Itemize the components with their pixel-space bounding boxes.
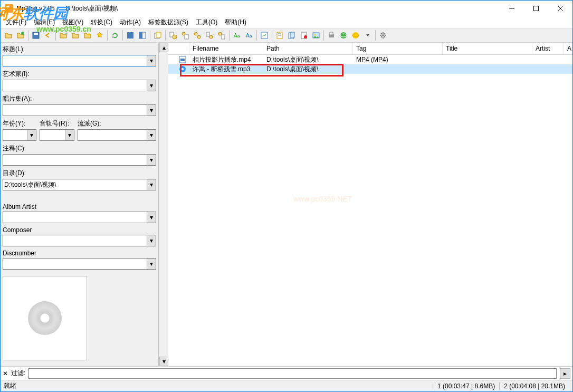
status-ready: 就绪 xyxy=(4,381,433,390)
artist-input[interactable]: ▾ xyxy=(3,80,156,91)
save-icon[interactable] xyxy=(30,30,42,41)
actions-icon[interactable]: Aa xyxy=(243,30,255,41)
select-all-icon[interactable] xyxy=(125,30,136,41)
menu-edit[interactable]: 编辑(E) xyxy=(31,17,58,28)
window-title: Mp3tag v2.85 - _ D:\tools\桌面\视频\ xyxy=(16,4,118,13)
list-row[interactable]: 相片投影片播放.mp4 D:\tools\桌面\视频\ MP4 (MP4) xyxy=(168,55,572,64)
file-from-tag-icon[interactable] xyxy=(179,30,191,41)
folder-minus-icon[interactable]: - xyxy=(70,30,81,41)
chevron-down-icon[interactable]: ▾ xyxy=(27,130,36,140)
col-tag[interactable]: Tag xyxy=(353,43,443,54)
undo-icon[interactable] xyxy=(42,30,54,41)
col-spacer[interactable] xyxy=(168,43,189,54)
comment-label: 注释(C): xyxy=(3,144,156,153)
tag-to-tag-icon[interactable] xyxy=(192,30,203,41)
tag-from-file-icon[interactable] xyxy=(167,30,179,41)
svg-point-21 xyxy=(209,35,213,39)
menu-help[interactable]: 帮助(H) xyxy=(222,17,250,28)
maximize-button[interactable] xyxy=(524,1,548,16)
svg-point-18 xyxy=(194,32,197,35)
minimize-button[interactable] xyxy=(500,1,524,16)
scroll-down-icon[interactable]: ▾ xyxy=(159,357,168,366)
playlist-icon[interactable] xyxy=(274,30,285,41)
col-a[interactable]: A xyxy=(564,43,572,54)
title-input[interactable]: ▾ xyxy=(3,55,156,66)
extended-tag-icon[interactable] xyxy=(259,30,270,41)
star-icon[interactable] xyxy=(94,30,106,41)
svg-rect-17 xyxy=(185,34,188,39)
album-input[interactable]: ▾ xyxy=(3,104,156,116)
menu-file[interactable]: 文件(F) xyxy=(3,17,30,28)
print-icon[interactable] xyxy=(326,30,337,41)
svg-point-4 xyxy=(21,32,24,35)
chevron-down-icon[interactable]: ▾ xyxy=(147,235,156,246)
options-icon[interactable] xyxy=(377,30,389,41)
col-title[interactable]: Title xyxy=(443,43,532,54)
list-body[interactable]: 相片投影片播放.mp4 D:\tools\桌面\视频\ MP4 (MP4) 许嵩… xyxy=(168,55,572,366)
track-input[interactable]: ▾ xyxy=(40,129,74,141)
video-file-icon xyxy=(179,56,186,63)
close-button[interactable] xyxy=(548,1,572,16)
status-seg1: 1 (00:03:47 | 8.6MB) xyxy=(433,383,499,390)
menu-tagsource[interactable]: 标签数据源(S) xyxy=(145,17,192,28)
year-label: 年份(Y): xyxy=(3,119,36,128)
titlebar: Mp3tag v2.85 - _ D:\tools\桌面\视频\ xyxy=(1,1,572,16)
picture-icon[interactable] xyxy=(310,30,322,41)
genre-input[interactable]: ▾ xyxy=(78,129,156,141)
chevron-down-icon[interactable]: ▾ xyxy=(147,55,156,66)
menu-view[interactable]: 视图(V) xyxy=(59,17,87,28)
folder-add-icon[interactable] xyxy=(15,30,26,41)
copy-tag-icon[interactable] xyxy=(152,30,164,41)
chevron-down-icon[interactable]: ▾ xyxy=(147,105,156,116)
svg-rect-13 xyxy=(156,32,161,37)
svg-text:-: - xyxy=(77,31,79,36)
menu-action[interactable]: 动作(A) xyxy=(117,17,144,28)
web-dropdown-icon[interactable] xyxy=(362,30,374,41)
chevron-down-icon[interactable]: ▾ xyxy=(147,179,156,190)
refresh-icon[interactable] xyxy=(109,30,121,41)
col-artist[interactable]: Artist xyxy=(532,43,564,54)
filter-next-button[interactable]: ▸ xyxy=(560,368,570,379)
tag-to-text-icon[interactable] xyxy=(216,30,227,41)
svg-point-42 xyxy=(352,32,359,39)
menu-tools[interactable]: 工具(O) xyxy=(193,17,221,28)
text-to-tag-icon[interactable] xyxy=(204,30,215,41)
freedb-icon[interactable] xyxy=(338,30,349,41)
chevron-down-icon[interactable]: ▾ xyxy=(147,259,156,269)
web-icon[interactable] xyxy=(350,30,361,41)
filter-input[interactable] xyxy=(28,368,557,379)
title-label: 标题(L): xyxy=(3,45,156,54)
folder-plus-icon[interactable]: + xyxy=(58,30,69,41)
chevron-down-icon[interactable]: ▾ xyxy=(147,212,156,223)
col-filename[interactable]: Filename xyxy=(189,43,263,54)
filter-label: 过滤: xyxy=(11,369,25,378)
chevron-down-icon[interactable]: ▾ xyxy=(147,130,156,140)
disc-icon xyxy=(28,301,62,335)
discnumber-input[interactable]: ▾ xyxy=(3,258,156,270)
list-row[interactable]: 许嵩 - 断桥残雪.mp3 D:\tools\桌面\视频\ xyxy=(168,64,572,74)
app-icon xyxy=(5,4,13,13)
svg-text:a: a xyxy=(237,34,240,39)
album-art-placeholder[interactable] xyxy=(3,276,87,360)
directory-input[interactable]: D:\tools\桌面\视频\▾ xyxy=(3,179,156,190)
chevron-down-icon[interactable]: ▾ xyxy=(65,130,74,140)
genre-label: 流派(G): xyxy=(78,119,156,128)
favorite-folder-icon[interactable] xyxy=(82,30,93,41)
export-icon[interactable] xyxy=(286,30,298,41)
col-path[interactable]: Path xyxy=(263,43,353,54)
scroll-up-icon[interactable]: ▴ xyxy=(159,43,168,52)
year-input[interactable]: ▾ xyxy=(3,129,36,141)
track-label: 音轨号(R): xyxy=(40,119,74,128)
chevron-down-icon[interactable]: ▾ xyxy=(147,80,156,91)
menu-convert[interactable]: 转换(C) xyxy=(88,17,116,28)
albumartist-input[interactable]: ▾ xyxy=(3,212,156,223)
sidebar-scrollbar[interactable]: ▴ ▾ xyxy=(159,43,168,366)
folder-open-icon[interactable] xyxy=(3,30,14,41)
select-invert-icon[interactable] xyxy=(137,30,148,41)
chevron-down-icon[interactable]: ▾ xyxy=(147,155,156,165)
export-txt-icon[interactable] xyxy=(298,30,310,41)
autonumber-icon[interactable]: Aa xyxy=(231,30,243,41)
close-filter-icon[interactable]: ✕ xyxy=(3,370,8,377)
comment-input[interactable]: ▾ xyxy=(3,154,156,166)
composer-input[interactable]: ▾ xyxy=(3,235,156,246)
